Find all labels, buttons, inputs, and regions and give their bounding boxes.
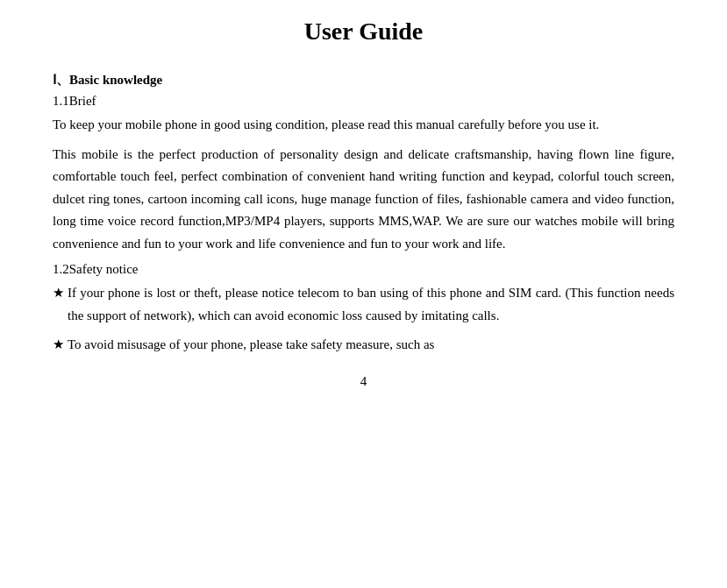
section-heading: Ⅰ、Basic knowledge: [53, 72, 674, 89]
page-title: User Guide: [53, 18, 674, 46]
subsection-safety-label: 1.2Safety notice: [53, 262, 674, 277]
paragraph-1: To keep your mobile phone in good using …: [53, 114, 674, 137]
star-icon-1: ★: [53, 282, 64, 327]
section-basic-knowledge: Ⅰ、Basic knowledge 1.1Brief To keep your …: [53, 72, 674, 357]
star-item-2: ★ To avoid misusage of your phone, pleas…: [53, 334, 674, 357]
star-item-2-text: To avoid misusage of your phone, please …: [68, 334, 434, 357]
page-number: 4: [53, 374, 674, 389]
subsection-brief-label: 1.1Brief: [53, 94, 674, 109]
star-item-1-text: If your phone is lost or theft, please n…: [68, 282, 674, 327]
star-item-1: ★ If your phone is lost or theft, please…: [53, 282, 674, 327]
star-icon-2: ★: [53, 334, 64, 357]
paragraph-2: This mobile is the perfect production of…: [53, 144, 674, 256]
